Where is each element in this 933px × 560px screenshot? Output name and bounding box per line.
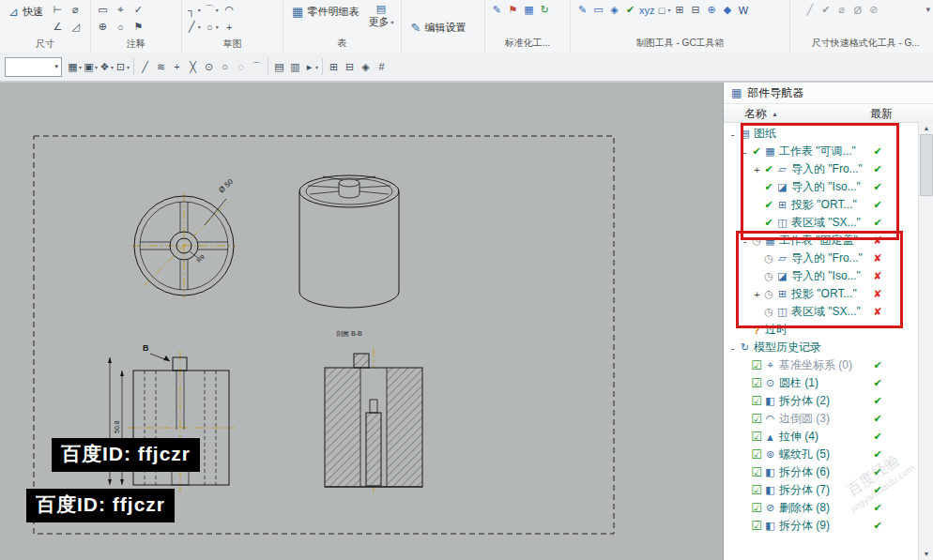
line-icon[interactable]: ╱▾	[186, 19, 202, 35]
tree-row[interactable]: ✔◫表区域 "SX..."✔	[724, 214, 919, 232]
balloon-icon[interactable]: ○	[113, 19, 129, 35]
weight-icon[interactable]: W	[736, 2, 752, 18]
expander-plus-icon[interactable]: +	[752, 164, 762, 175]
snap-point-toggle-icon[interactable]: ⊡▾	[115, 59, 130, 75]
tree-row[interactable]: +◷⊞投影 "ORT..."✘	[724, 285, 919, 303]
tree-row[interactable]: ☑⊚螺纹孔 (5)✔	[724, 446, 919, 463]
ribbon-group-label-dimension[interactable]: 尺寸	[4, 36, 86, 53]
dim-accept-icon[interactable]: ✔	[818, 2, 834, 18]
profile-icon[interactable]: ┐▾	[186, 2, 202, 18]
angular-dimension-icon[interactable]: ∠	[50, 19, 66, 35]
snap-quadrant-icon[interactable]: ○	[217, 59, 233, 75]
selection-filter-dropdown[interactable]: ▾	[5, 57, 62, 77]
export-table-icon[interactable]: ⊟	[688, 2, 704, 18]
ribbon-group-label-table[interactable]: 表	[287, 35, 397, 53]
feature-control-frame-icon[interactable]: ⌖	[113, 2, 129, 18]
tree-row[interactable]: ☑◧拆分体 (6)✔	[724, 463, 919, 481]
tree-row[interactable]: ☑⊙圆柱 (1)✔	[724, 374, 919, 392]
tree-row[interactable]: -▤图纸	[724, 125, 919, 143]
play-macro-icon[interactable]: ▸▾	[303, 59, 319, 75]
layout-view-icon[interactable]: ▥	[287, 59, 303, 75]
snap-arc-center-icon[interactable]: ⊙	[201, 59, 217, 75]
ribbon-group-label-dim-format[interactable]: 尺寸快速格式化工具 - G...	[802, 35, 929, 53]
tree-row[interactable]: -↻模型历史记录	[724, 339, 919, 356]
tree-row[interactable]: ☑◧拆分体 (7)✔	[724, 481, 919, 499]
front-view-wheel[interactable]: Ø 50 R9	[131, 177, 237, 298]
ribbon-overflow-button[interactable]: ▾	[925, 5, 930, 14]
check-mark-icon[interactable]: ✔	[622, 2, 638, 18]
expander-minus-icon[interactable]: -	[740, 235, 750, 247]
pen-icon[interactable]: ✎	[574, 2, 590, 18]
ribbon-group-label-sketch[interactable]: 草图	[186, 36, 279, 53]
pane-grid-icon[interactable]: ⊞	[326, 59, 342, 75]
isometric-view[interactable]	[299, 175, 399, 308]
tree-row[interactable]: ✔⊞投影 "ORT..."✔	[724, 196, 919, 214]
checkbox-state-icon[interactable]: ☑	[750, 394, 763, 408]
balloon-plus-icon[interactable]: ⊕	[704, 2, 720, 18]
dim-slant-icon[interactable]: ╱	[802, 2, 818, 18]
pencil-blue-icon[interactable]: ✎	[489, 2, 505, 18]
general-selection-icon[interactable]: ❖▾	[99, 59, 115, 75]
target-flag-icon[interactable]: ⚑	[130, 19, 146, 35]
expander-minus-icon[interactable]: -	[727, 129, 738, 140]
snap-intersection-icon[interactable]: ╳	[185, 59, 201, 75]
checkbox-state-icon[interactable]: ☑	[750, 412, 763, 426]
note-frame-icon[interactable]: ▭	[590, 2, 606, 18]
tree-row[interactable]: ☑◧拆分体 (2)✔	[724, 392, 919, 410]
display-gem-icon[interactable]: ◈	[358, 59, 374, 75]
tree-row[interactable]: ◷◪导入的 "Iso..."✘	[724, 267, 919, 285]
bounding-box-icon[interactable]: □▾	[655, 2, 671, 18]
symbol-diamond-icon[interactable]: ◈	[606, 2, 622, 18]
dim-diameter-icon[interactable]: ⌀	[834, 2, 849, 18]
expander-plus-icon[interactable]: +	[752, 289, 762, 300]
column-header-name[interactable]: 名称 ▲	[744, 106, 778, 122]
parts-list-button[interactable]: ▦ 零件明细表	[287, 2, 363, 22]
checkbox-state-icon[interactable]: ☑	[750, 358, 763, 372]
hash-grid-icon[interactable]: #	[374, 59, 390, 75]
checkbox-state-icon[interactable]: ☑	[750, 519, 763, 533]
point-icon[interactable]: +	[222, 19, 237, 35]
rapid-dimension-button[interactable]: ⊿ 快速	[4, 2, 48, 22]
snap-midpoint-icon[interactable]: ≋	[153, 59, 169, 75]
chamfer-dimension-icon[interactable]: ◿	[68, 19, 84, 35]
checkbox-state-icon[interactable]: ☑	[750, 447, 763, 462]
tree-row[interactable]: ☑⌖基准坐标系 (0)✔	[724, 356, 919, 374]
expander-minus-icon[interactable]: -	[740, 146, 750, 158]
radial-dimension-icon[interactable]: ⌀	[68, 2, 84, 18]
xyz-coordinate-icon[interactable]: xyz	[638, 2, 656, 18]
tree-row[interactable]: ☑▲拉伸 (4)✔	[724, 428, 919, 446]
checkbox-state-icon[interactable]: ☑	[750, 430, 763, 444]
snap-tangent-icon[interactable]: ⌒	[249, 59, 265, 75]
window-view-icon[interactable]: ▤	[271, 59, 287, 75]
snap-existing-point-icon[interactable]: ◌	[233, 59, 249, 75]
more-button[interactable]: ▤ 更多 ▾	[365, 2, 396, 30]
navigator-scrollbar[interactable]: ▲ ▼	[918, 122, 933, 560]
dim-strike-icon[interactable]: ⊘	[865, 2, 881, 18]
snap-endpoint-icon[interactable]: ╱	[137, 59, 153, 75]
tree-row[interactable]: -◷▦工作表 "固定盖"✘	[724, 232, 919, 250]
pane-split-icon[interactable]: ⊟	[342, 59, 358, 75]
expander-minus-icon[interactable]: -	[727, 342, 738, 354]
snap-control-point-icon[interactable]: +	[169, 59, 185, 75]
surface-finish-icon[interactable]: ✓	[130, 2, 146, 18]
checkbox-state-icon[interactable]: ☑	[750, 465, 763, 479]
edit-settings-button[interactable]: ✎ 编辑设置	[405, 17, 481, 38]
type-filter-icon[interactable]: ▦▾	[67, 59, 83, 75]
tree-row[interactable]: ☑◠边倒圆 (3)✔	[724, 410, 919, 428]
datum-feature-icon[interactable]: ⊕	[95, 19, 111, 35]
tree-row[interactable]: -✔▦工作表 "可调..."✔	[724, 143, 919, 160]
tree-row[interactable]: ◷◫表区域 "SX..."✘	[724, 303, 919, 321]
tree-row[interactable]: ☑◧拆分体 (9)✔	[724, 517, 919, 535]
column-header-latest[interactable]: 最新	[870, 106, 893, 122]
hatched-section-view[interactable]: 剖面 B-B	[325, 330, 422, 492]
tree-row[interactable]: ☑⊘删除体 (8)✔	[724, 499, 919, 517]
ribbon-group-label-annotation[interactable]: 注释	[95, 36, 177, 53]
note-icon[interactable]: ▭	[95, 2, 111, 18]
scroll-thumb[interactable]	[920, 134, 933, 196]
panel-title-bar[interactable]: ▦ 部件导航器	[724, 83, 933, 104]
tree-row[interactable]: +✔▱导入的 "Fro..."✔	[724, 160, 919, 178]
checkbox-state-icon[interactable]: ☑	[750, 376, 763, 390]
arc-icon[interactable]: ⌒▾	[204, 2, 220, 18]
title-block-icon[interactable]: ▦	[521, 2, 537, 18]
scroll-up-icon[interactable]: ▲	[924, 122, 930, 134]
